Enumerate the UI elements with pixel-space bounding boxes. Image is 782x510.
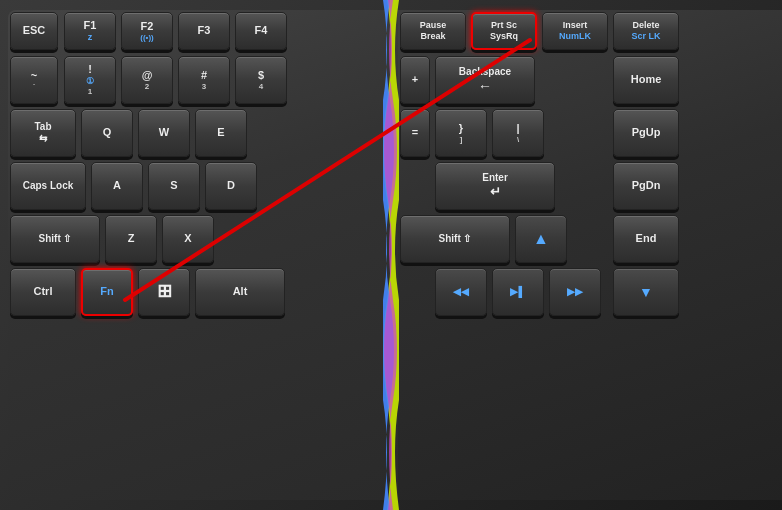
key-q: Q — [81, 109, 133, 157]
key-sublabel: 4 — [259, 82, 263, 92]
key-label: Home — [631, 73, 662, 86]
key-f2: F2 ((•)) — [121, 12, 173, 50]
key-pause-break: Pause Break — [400, 12, 466, 50]
key-z: Z — [105, 215, 157, 263]
key-label: Z — [128, 232, 135, 245]
key-sublabel: ① — [86, 76, 94, 87]
key-label: # — [201, 69, 207, 82]
keyboard-image: ESC F1 z F2 ((•)) F3 F4 ~ ` ! ① 1 @ 2 — [0, 0, 782, 510]
key-label: + — [412, 73, 418, 86]
key-sublabel: Scr LK — [631, 31, 660, 42]
key-f1: F1 z — [64, 12, 116, 50]
key-page-up: PgUp — [613, 109, 679, 157]
key-delete: Delete Scr LK — [613, 12, 679, 50]
key-label: = — [412, 126, 418, 139]
key-shift-right: Shift ⇧ — [400, 215, 510, 263]
key-label: Enter — [482, 172, 508, 184]
key-label: @ — [142, 69, 153, 82]
keyboard-right: Pause Break Prt Sc SysRq Insert NumLK De… — [398, 10, 782, 500]
key-f3: F3 — [178, 12, 230, 50]
key-label: Alt — [233, 285, 248, 298]
key-esc: ESC — [10, 12, 58, 50]
key-3: # 3 — [178, 56, 230, 104]
key-label: ⊞ — [157, 281, 172, 303]
key-end: End — [613, 215, 679, 263]
key-ctrl-left: Ctrl — [10, 268, 76, 316]
key-label: Delete — [632, 20, 659, 31]
key-label: Pause — [420, 20, 447, 31]
key-label: D — [227, 179, 235, 192]
key-down-arrow: ▼ — [613, 268, 679, 316]
keyboard-left: ESC F1 z F2 ((•)) F3 F4 ~ ` ! ① 1 @ 2 — [8, 10, 398, 500]
key-sublabel: 3 — [202, 82, 206, 92]
key-label: Tab — [34, 121, 51, 133]
key-label: F4 — [255, 24, 268, 37]
key-label: F2 — [141, 20, 154, 33]
key-backspace: Backspace ← — [435, 56, 535, 104]
key-label: F3 — [198, 24, 211, 37]
key-4: $ 4 — [235, 56, 287, 104]
key-fn: Fn — [81, 268, 133, 316]
key-a: A — [91, 162, 143, 210]
key-play-pause: ▶▌ — [492, 268, 544, 316]
key-up-arrow: ▲ — [515, 215, 567, 263]
key-sublabel: ← — [478, 78, 492, 95]
key-sublabel: ((•)) — [140, 33, 153, 43]
key-label: Backspace — [459, 66, 511, 78]
key-label: W — [159, 126, 169, 139]
key-label: ! — [88, 63, 92, 76]
key-sublabel: ] — [460, 135, 463, 145]
key-d: D — [205, 162, 257, 210]
key-sublabel: NumLK — [559, 31, 591, 42]
key-print-screen: Prt Sc SysRq — [471, 12, 537, 50]
key-f4: F4 — [235, 12, 287, 50]
key-sublabel: ↵ — [490, 184, 501, 200]
key-label: | — [516, 122, 519, 135]
key-fast-forward: ▶▶ — [549, 268, 601, 316]
key-label: ▶▌ — [510, 286, 525, 298]
key-label: A — [113, 179, 121, 192]
key-sublabel: ` — [33, 82, 36, 92]
key-rewind: ◀◀ — [435, 268, 487, 316]
key-x: X — [162, 215, 214, 263]
key-label: Insert — [563, 20, 588, 31]
key-s: S — [148, 162, 200, 210]
key-label: ~ — [31, 69, 37, 82]
key-label: E — [217, 126, 224, 139]
key-label: Shift ⇧ — [39, 233, 72, 245]
key-label: PgUp — [632, 126, 661, 139]
key-label: ▶▶ — [567, 286, 583, 298]
key-label: Shift ⇧ — [439, 233, 472, 245]
key-tilde: ~ ` — [10, 56, 58, 104]
key-insert: Insert NumLK — [542, 12, 608, 50]
key-label: Prt Sc — [491, 20, 517, 31]
key-enter: Enter ↵ — [435, 162, 555, 210]
key-backslash: | \ — [492, 109, 544, 157]
key-sublabel: ⇆ — [39, 133, 47, 145]
key-tab: Tab ⇆ — [10, 109, 76, 157]
key-sublabel: Break — [420, 31, 445, 42]
key-2: @ 2 — [121, 56, 173, 104]
key-sublabel: \ — [517, 135, 519, 145]
key-plus: + — [400, 56, 430, 104]
key-right-brace: } ] — [435, 109, 487, 157]
key-page-down: PgDn — [613, 162, 679, 210]
key-e: E — [195, 109, 247, 157]
key-label: ▼ — [639, 284, 653, 301]
key-1: ! ① 1 — [64, 56, 116, 104]
key-label: } — [459, 122, 463, 135]
key-label: Fn — [100, 285, 113, 298]
key-caps-lock: Caps Lock — [10, 162, 86, 210]
key-label: ESC — [23, 24, 46, 37]
key-alt-left: Alt — [195, 268, 285, 316]
key-sublabel: z — [88, 32, 93, 43]
key-label: End — [636, 232, 657, 245]
key-w: W — [138, 109, 190, 157]
key-label: Ctrl — [34, 285, 53, 298]
key-label: PgDn — [632, 179, 661, 192]
key-home: Home — [613, 56, 679, 104]
key-shift-left: Shift ⇧ — [10, 215, 100, 263]
key-label: ▲ — [533, 229, 549, 248]
key-win: ⊞ — [138, 268, 190, 316]
key-sublabel: 2 — [145, 82, 149, 92]
